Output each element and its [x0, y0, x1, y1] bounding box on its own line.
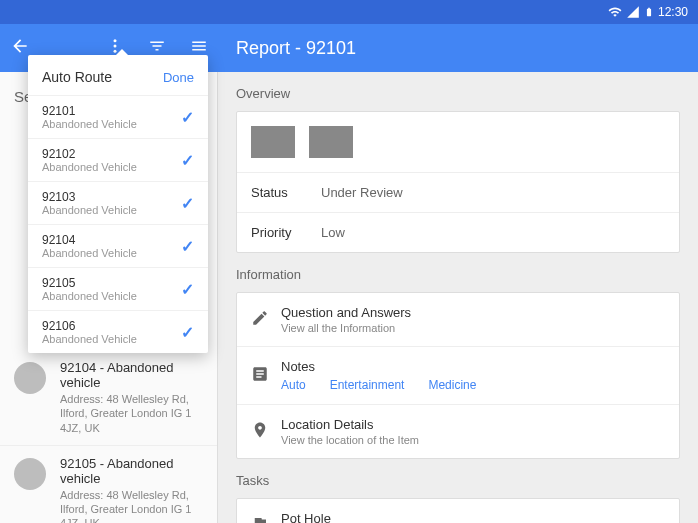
thumbnail[interactable]	[251, 126, 295, 158]
clock: 12:30	[658, 5, 688, 19]
svg-point-0	[114, 39, 117, 42]
edit-icon	[251, 309, 281, 331]
done-button[interactable]: Done	[163, 70, 194, 85]
status-bar: 12:30	[0, 0, 698, 24]
dropdown-title: Auto Route	[42, 69, 112, 85]
location-icon	[251, 421, 281, 443]
svg-point-1	[114, 45, 117, 48]
section-header-overview: Overview	[218, 72, 698, 111]
right-panel[interactable]: Overview Status Under Review Priority Lo…	[218, 72, 698, 523]
check-icon: ✓	[181, 108, 194, 127]
check-icon: ✓	[181, 323, 194, 342]
check-icon: ✓	[181, 151, 194, 170]
check-icon: ✓	[181, 237, 194, 256]
info-row-qa[interactable]: Question and Answers View all the Inform…	[237, 293, 679, 346]
dropdown-item[interactable]: 92102Abandoned Vehicle✓	[28, 138, 208, 181]
dropdown-item[interactable]: 92106Abandoned Vehicle✓	[28, 310, 208, 353]
chip[interactable]: Auto	[281, 378, 306, 392]
task-row[interactable]: Pot Hole Open	[237, 499, 679, 523]
list-item[interactable]: 92104 - Abandoned vehicle Address: 48 We…	[0, 350, 217, 446]
section-header-tasks: Tasks	[218, 459, 698, 498]
thumbnail[interactable]	[309, 126, 353, 158]
dropdown-item[interactable]: 92103Abandoned Vehicle✓	[28, 181, 208, 224]
info-row-location[interactable]: Location Details View the location of th…	[237, 404, 679, 458]
info-row-notes[interactable]: Notes Auto Entertainment Medicine	[237, 346, 679, 404]
wifi-icon	[608, 5, 622, 19]
page-title: Report - 92101	[218, 38, 356, 59]
chip[interactable]: Entertainment	[330, 378, 405, 392]
chip[interactable]: Medicine	[428, 378, 476, 392]
avatar	[14, 362, 46, 394]
back-icon[interactable]	[10, 36, 30, 60]
overview-card: Status Under Review Priority Low	[236, 111, 680, 253]
section-header-information: Information	[218, 253, 698, 292]
flag-icon	[251, 515, 281, 524]
dropdown-item[interactable]: 92104Abandoned Vehicle✓	[28, 224, 208, 267]
dropdown-item[interactable]: 92101Abandoned Vehicle✓	[28, 95, 208, 138]
information-card: Question and Answers View all the Inform…	[236, 292, 680, 459]
battery-icon	[644, 5, 654, 19]
notes-icon	[251, 365, 281, 387]
auto-route-dropdown: Auto Route Done 92101Abandoned Vehicle✓9…	[28, 55, 208, 353]
signal-icon	[626, 5, 640, 19]
dropdown-item[interactable]: 92105Abandoned Vehicle✓	[28, 267, 208, 310]
check-icon: ✓	[181, 280, 194, 299]
avatar	[14, 458, 46, 490]
check-icon: ✓	[181, 194, 194, 213]
tasks-card: Pot Hole Open	[236, 498, 680, 523]
list-item[interactable]: 92105 - Abandoned vehicle Address: 48 We…	[0, 446, 217, 523]
